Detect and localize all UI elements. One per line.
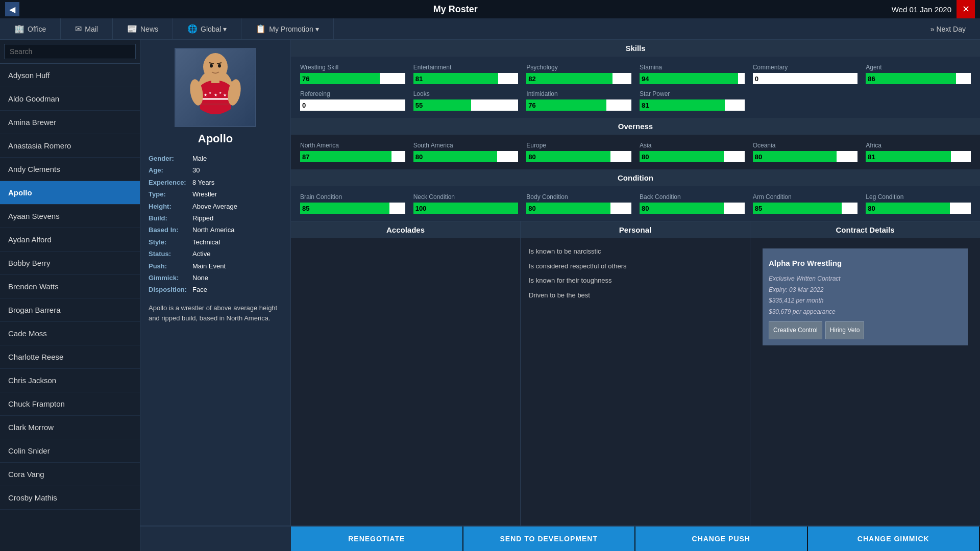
stat-fill (866, 73, 956, 84)
stat-bar: 80 (526, 151, 631, 162)
stat-bar: 81 (413, 73, 519, 84)
roster-item[interactable]: Apollo (0, 181, 140, 205)
personal-section: Personal Is known to be narcissticIs con… (521, 221, 750, 525)
stat-bar: 80 (640, 151, 745, 162)
stat-value: 81 (866, 153, 875, 161)
stat-label: Back Condition (640, 193, 745, 201)
stat-bar: 80 (640, 203, 745, 214)
svg-point-1 (203, 53, 228, 81)
contract-type: Exclusive Written Contract (769, 273, 962, 285)
roster-item[interactable]: Colin Snider (0, 439, 140, 463)
stat-bar: 0 (753, 73, 858, 84)
stat-fill (526, 151, 610, 162)
roster-item[interactable]: Ayaan Stevens (0, 205, 140, 228)
nav-office[interactable]: 🏢 Office (0, 18, 61, 39)
accolades-content (291, 238, 520, 525)
stat-item: Neck Condition 100 (409, 190, 523, 217)
roster-item[interactable]: Brogan Barrera (0, 298, 140, 322)
nav-mail-label: Mail (85, 25, 98, 33)
gender-label: Gender: (149, 153, 189, 164)
gender-value: Male (192, 153, 207, 164)
stat-fill (640, 73, 738, 84)
age-label: Age: (149, 164, 189, 176)
stat-item: Psychology 82 (522, 61, 635, 87)
change-push-button[interactable]: CHANGE PUSH (635, 527, 808, 551)
svg-point-2 (210, 64, 213, 68)
accolades-header: Accolades (291, 221, 520, 238)
stat-label: Star Power (640, 90, 745, 97)
stat-value: 80 (526, 205, 535, 212)
roster-item[interactable]: Cade Moss (0, 322, 140, 345)
based-in-label: Based In: (149, 224, 189, 236)
personal-trait: Is known for their toughness (529, 273, 742, 288)
stat-item: Entertainment 81 (409, 61, 523, 87)
stat-bar: 0 (300, 99, 405, 111)
action-spacer (140, 527, 291, 551)
stat-label: Looks (413, 90, 519, 97)
roster-item[interactable]: Clark Morrow (0, 416, 140, 439)
overness-grid: North America 87 South America 80 Europe… (291, 135, 980, 169)
renegotiate-button[interactable]: RENEGOTIATE (291, 527, 463, 551)
next-day-button[interactable]: » Next Day (916, 18, 980, 39)
stat-fill (526, 73, 612, 84)
close-button[interactable]: ✕ (957, 0, 975, 18)
promotion-icon: 📋 (256, 24, 266, 34)
roster-item[interactable]: Amina Brewer (0, 111, 140, 134)
stat-label: Leg Condition (866, 193, 971, 201)
stat-value: 80 (526, 153, 535, 161)
contract-expiry: Expiry: 03 Mar 2022 (769, 285, 962, 296)
stat-bar: 94 (640, 73, 745, 84)
stat-value: 76 (526, 102, 535, 109)
roster-item[interactable]: Bobby Berry (0, 252, 140, 275)
stat-label: Asia (640, 142, 745, 149)
roster-item[interactable]: Brenden Watts (0, 275, 140, 298)
stat-fill (413, 151, 498, 162)
nav-global[interactable]: 🌐 Global ▾ (173, 18, 241, 39)
roster-item[interactable]: Anastasia Romero (0, 134, 140, 158)
roster-item[interactable]: Cora Vang (0, 463, 140, 486)
search-input[interactable] (4, 44, 136, 59)
nav-promotion[interactable]: 📋 My Promotion ▾ (241, 18, 333, 39)
style-label: Style: (149, 236, 189, 248)
stat-fill (866, 151, 951, 162)
wrestler-name: Apollo (198, 132, 233, 145)
search-box (0, 40, 140, 64)
stat-fill (413, 73, 499, 84)
send-to-development-button[interactable]: SEND TO DEVELOPMENT (463, 527, 636, 551)
stat-bar: 76 (300, 73, 405, 84)
roster-item[interactable]: Chris Jackson (0, 369, 140, 392)
skills-header: Skills (291, 40, 980, 57)
push-value: Main Event (192, 260, 226, 272)
condition-section: Condition Brain Condition 85 Neck Condit… (291, 169, 980, 221)
stat-fill (866, 203, 950, 214)
svg-rect-11 (211, 78, 219, 83)
nav-news[interactable]: 📰 News (113, 18, 173, 39)
roster-item[interactable]: Crosby Mathis (0, 486, 140, 510)
roster-list[interactable]: Adyson HuffAldo GoodmanAmina BrewerAnast… (0, 64, 140, 551)
roster-item[interactable]: Adyson Huff (0, 64, 140, 87)
disposition-label: Disposition: (149, 284, 189, 295)
stat-bar: 100 (413, 203, 519, 214)
roster-item[interactable]: Andy Clements (0, 158, 140, 181)
stat-bar: 81 (866, 151, 971, 162)
gimmick-value: None (192, 272, 208, 284)
stat-value: 81 (413, 75, 423, 83)
nav-mail[interactable]: ✉ Mail (61, 18, 113, 39)
stat-label: Agent (866, 64, 971, 71)
roster-item[interactable]: Charlotte Reese (0, 345, 140, 369)
gimmick-label: Gimmick: (149, 272, 189, 284)
personal-trait: Is known to be narcisstic (529, 244, 742, 259)
roster-item[interactable]: Aldo Goodman (0, 87, 140, 111)
change-gimmick-button[interactable]: CHANGE GIMMICK (808, 527, 981, 551)
type-label: Type: (149, 188, 189, 200)
contract-monthly: $335,412 per month (769, 295, 962, 307)
contract-badges: Creative ControlHiring Veto (769, 321, 962, 339)
contract-header: Contract Details (750, 221, 980, 238)
roster-item[interactable]: Aydan Alford (0, 228, 140, 252)
stat-item: Arm Condition 85 (749, 190, 862, 217)
back-button[interactable]: ◀ (5, 2, 19, 16)
stat-fill (753, 151, 837, 162)
action-bar: RENEGOTIATE SEND TO DEVELOPMENT CHANGE P… (140, 525, 980, 551)
stat-label: Refereeing (300, 90, 405, 97)
roster-item[interactable]: Chuck Frampton (0, 392, 140, 416)
